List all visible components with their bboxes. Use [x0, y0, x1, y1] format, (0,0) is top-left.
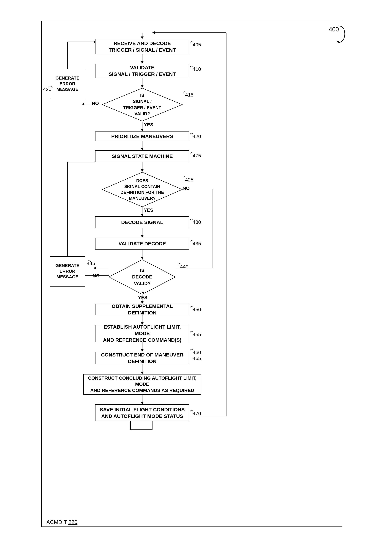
is-decode-valid-text: ISDECODEVALID? — [132, 267, 152, 287]
ref-arrow-400 — [330, 24, 347, 44]
construct-end-text: CONSTRUCT END OF MANEUVER DEFINITION — [97, 351, 188, 364]
signal-state-machine-box: SIGNAL STATE MACHINE — [95, 150, 189, 162]
bottom-lines — [95, 421, 190, 431]
svg-marker-0 — [337, 41, 339, 44]
is-signal-valid-text: ISSIGNAL /TRIGGER / EVENTVALID? — [123, 92, 161, 117]
yes-label-1: YES — [144, 122, 153, 127]
no-label-3: NO — [93, 273, 100, 279]
does-signal-contain-diamond: DOESSIGNAL CONTAINDEFINITION FOR THEMANE… — [102, 172, 183, 207]
ref-curve-425 — [182, 176, 189, 181]
ref-curve-415 — [182, 91, 189, 96]
validate-signal-box: VALIDATE SIGNAL / TRIGGER / EVENT — [95, 64, 189, 78]
yes-arrow-3 — [141, 292, 146, 297]
ref-curve-450 — [189, 306, 196, 311]
validate-signal-text: VALIDATE SIGNAL / TRIGGER / EVENT — [109, 64, 176, 77]
ref-curve-440 — [177, 263, 184, 268]
ref-curve-pri — [189, 132, 196, 137]
generate-error-1-box: GENERATE ERROR MESSAGE — [50, 69, 85, 99]
ref-curve-460 — [189, 348, 196, 353]
ref-curve-405 — [189, 41, 196, 46]
ref-curve-470 — [189, 410, 196, 415]
validate-decode-box: VALIDATE DECODE — [95, 238, 189, 250]
ref-curve-410 — [189, 65, 196, 70]
establish-autoflight-text: ESTABLISH AUTOFLIGHT LIMIT, MODE AND REF… — [97, 324, 188, 343]
is-signal-valid-diamond: ISSIGNAL /TRIGGER / EVENTVALID? — [102, 88, 183, 121]
acmdit-text: ACMDIT — [46, 519, 67, 525]
svg-marker-49 — [142, 292, 144, 294]
page: 400 — [0, 0, 392, 546]
acmdit-label: ACMDIT 220 — [46, 519, 77, 525]
generate-error-2-text: GENERATE ERROR MESSAGE — [56, 263, 79, 280]
no-label-2: NO — [183, 186, 190, 191]
ref-curve-420 — [46, 85, 53, 90]
ref-curve-445 — [85, 259, 91, 264]
construct-end-box: CONSTRUCT END OF MANEUVER DEFINITION — [95, 352, 189, 364]
is-decode-valid-diamond: ISDECODEVALID? — [109, 259, 176, 295]
signal-state-machine-text: SIGNAL STATE MACHINE — [112, 153, 173, 159]
obtain-supplemental-box: OBTAIN SUPPLEMENTAL DEFINITION — [95, 304, 189, 315]
ref-curve-475 — [189, 152, 196, 157]
acmdit-ref: 220 — [68, 519, 77, 525]
decode-signal-box: DECODE SIGNAL — [95, 216, 189, 228]
ref-curve-430 — [189, 218, 196, 223]
save-initial-text: SAVE INITIAL FLIGHT CONDITIONS AND AUTOF… — [100, 406, 185, 419]
receive-decode-text: RECEIVE AND DECODE TRIGGER / SIGNAL / EV… — [109, 40, 176, 53]
generate-error-1-text: GENERATE ERROR MESSAGE — [56, 75, 79, 92]
no-label-1: NO — [92, 101, 99, 106]
decode-signal-text: DECODE SIGNAL — [121, 219, 163, 226]
diagram-container: 400 — [36, 16, 356, 537]
yes-label-2: YES — [144, 208, 153, 213]
receive-decode-box: RECEIVE AND DECODE TRIGGER / SIGNAL / EV… — [95, 39, 189, 54]
generate-error-2-box: GENERATE ERROR MESSAGE — [50, 256, 85, 286]
prioritize-box: PRIORITIZE MANEUVERS — [95, 131, 189, 141]
validate-decode-text: VALIDATE DECODE — [118, 240, 166, 247]
ref-curve-455 — [189, 331, 196, 335]
prioritize-text: PRIORITIZE MANEUVERS — [111, 133, 173, 140]
construct-concluding-box: CONSTRUCT CONCLUDING AUTOFLIGHT LIMIT, M… — [83, 374, 201, 395]
ref-465: 465 — [193, 356, 201, 361]
construct-concluding-text: CONSTRUCT CONCLUDING AUTOFLIGHT LIMIT, M… — [85, 375, 199, 393]
establish-autoflight-box: ESTABLISH AUTOFLIGHT LIMIT, MODE AND REF… — [95, 325, 189, 342]
obtain-supplemental-text: OBTAIN SUPPLEMENTAL DEFINITION — [97, 303, 188, 316]
ref-curve-435 — [189, 240, 196, 245]
save-initial-box: SAVE INITIAL FLIGHT CONDITIONS AND AUTOF… — [95, 404, 189, 421]
does-signal-text: DOESSIGNAL CONTAINDEFINITION FOR THEMANE… — [121, 178, 164, 201]
